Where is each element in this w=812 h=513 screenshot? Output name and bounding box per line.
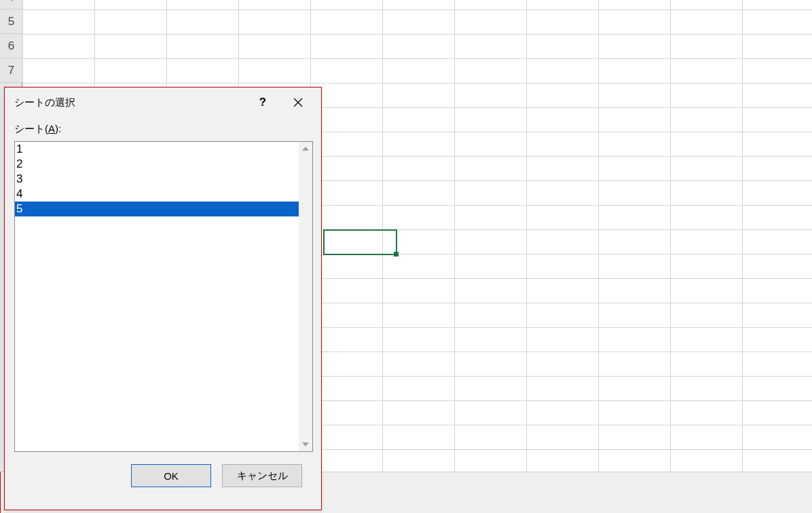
sheet-listbox[interactable]: 12345	[15, 142, 299, 451]
close-button[interactable]	[280, 89, 316, 116]
listbox-scrollbar[interactable]	[299, 142, 312, 451]
fill-handle[interactable]	[394, 252, 399, 256]
row-header[interactable]: 5	[0, 10, 22, 34]
selected-cell[interactable]	[323, 229, 397, 255]
row-header[interactable]: 6	[0, 34, 22, 58]
scroll-down-icon[interactable]	[299, 438, 312, 451]
cancel-button[interactable]: キャンセル	[222, 464, 302, 487]
list-item[interactable]: 2	[15, 157, 299, 172]
dialog-title: シートの選択	[14, 96, 245, 109]
dialog-buttons: OK キャンセル	[14, 452, 312, 487]
sheet-list-label: シート(A):	[14, 123, 312, 136]
row-header[interactable]: 4	[0, 0, 22, 10]
row-header[interactable]: 7	[0, 58, 22, 83]
list-item[interactable]: 5	[15, 202, 299, 216]
list-item[interactable]: 1	[15, 142, 299, 157]
sheet-select-dialog: シートの選択 ? シート(A): 12345 OK	[4, 87, 322, 510]
list-item[interactable]: 4	[15, 187, 299, 202]
close-icon	[293, 98, 303, 107]
sheet-listbox-frame: 12345	[14, 141, 313, 452]
ok-button[interactable]: OK	[131, 464, 211, 487]
scroll-up-icon[interactable]	[299, 142, 312, 155]
list-item[interactable]: 3	[15, 172, 299, 187]
dialog-body: シート(A): 12345 OK キャンセル	[5, 117, 321, 487]
dialog-titlebar[interactable]: シートの選択 ?	[5, 88, 321, 117]
help-button[interactable]: ?	[245, 89, 280, 116]
